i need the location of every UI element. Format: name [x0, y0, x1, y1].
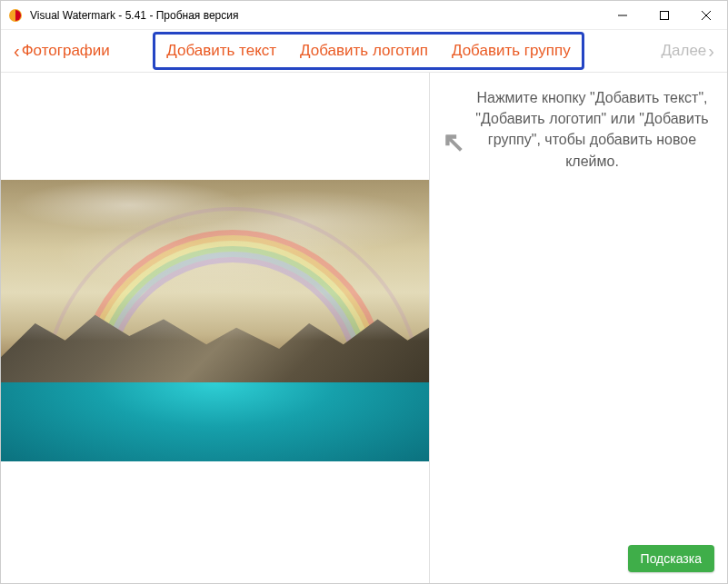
- side-panel: Нажмите кнопку "Добавить текст", "Добави…: [430, 73, 727, 583]
- add-text-button[interactable]: Добавить текст: [165, 38, 278, 64]
- chevron-left-icon: ‹: [14, 42, 20, 60]
- lake-layer: [1, 382, 429, 461]
- add-logo-button[interactable]: Добавить логотип: [298, 38, 430, 64]
- add-actions-group: Добавить текст Добавить логотип Добавить…: [153, 32, 583, 70]
- maximize-button[interactable]: [643, 1, 685, 29]
- back-photos-label: Фотографии: [22, 42, 110, 60]
- hint-text: Нажмите кнопку "Добавить текст", "Добави…: [475, 87, 709, 172]
- preview-spacer: [1, 73, 429, 180]
- window-controls: [602, 1, 727, 29]
- body-area: Нажмите кнопку "Добавить текст", "Добави…: [1, 72, 727, 583]
- minimize-button[interactable]: [602, 1, 643, 29]
- toolbar: ‹ Фотографии Добавить текст Добавить лог…: [1, 30, 727, 72]
- add-group-button[interactable]: Добавить группу: [450, 38, 573, 64]
- tip-button[interactable]: Подсказка: [628, 545, 714, 572]
- preview-image[interactable]: [1, 180, 429, 461]
- next-link[interactable]: Далее ›: [660, 38, 716, 64]
- app-icon: [8, 8, 23, 23]
- hint-row: Нажмите кнопку "Добавить текст", "Добави…: [443, 87, 709, 172]
- window-title: Visual Watermark - 5.41 - Пробная версия: [30, 9, 238, 22]
- chevron-right-icon: ›: [708, 42, 714, 60]
- svg-rect-2: [661, 11, 669, 19]
- hint-arrow-icon: [443, 131, 466, 157]
- close-button[interactable]: [685, 1, 727, 29]
- add-logo-label: Добавить логотип: [300, 42, 428, 60]
- next-label: Далее: [662, 42, 707, 60]
- app-window: Visual Watermark - 5.41 - Пробная версия…: [0, 0, 728, 584]
- back-photos-link[interactable]: ‹ Фотографии: [12, 38, 112, 64]
- titlebar: Visual Watermark - 5.41 - Пробная версия: [1, 1, 727, 30]
- preview-pane: [1, 73, 430, 583]
- add-text-label: Добавить текст: [166, 42, 276, 60]
- add-group-label: Добавить группу: [452, 42, 571, 60]
